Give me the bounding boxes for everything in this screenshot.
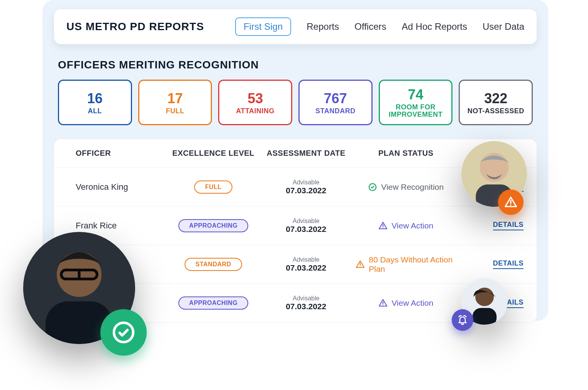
assessment-date: Advisable07.03.2022 [260, 295, 352, 311]
nav-first-sign[interactable]: First Sign [235, 17, 291, 36]
bell-badge-icon [452, 309, 473, 331]
nav-ad-hoc-reports[interactable]: Ad Hoc Reports [402, 21, 467, 32]
svg-point-4 [360, 266, 361, 267]
card-label: ROOM FOR IMPROVEMENT [380, 104, 452, 118]
warning-triangle-icon [378, 221, 388, 230]
card-count: 74 [408, 87, 424, 103]
plan-status[interactable]: View Action [378, 298, 433, 308]
svg-rect-23 [473, 308, 496, 325]
officer-name: Veronica King [67, 182, 167, 192]
check-circle-icon [368, 182, 377, 192]
svg-point-2 [383, 227, 383, 228]
nav-reports[interactable]: Reports [307, 21, 339, 32]
warning-triangle-icon [356, 260, 365, 269]
card-label: ATTAINING [236, 107, 275, 115]
excellence-pill: APPROACHING [178, 296, 249, 310]
app-title: US METRO PD REPORTS [66, 20, 204, 33]
assessment-date: Advisable07.03.2022 [260, 256, 352, 272]
col-level: EXCELLENCE LEVEL [167, 149, 260, 158]
plan-status[interactable]: 80 Days Without Action Plan [356, 255, 456, 273]
svg-point-19 [510, 204, 511, 206]
excellence-pill: FULL [194, 181, 232, 194]
filter-card-all[interactable]: 16ALL [58, 80, 132, 125]
assessment-date: Advisable07.03.2022 [260, 179, 352, 195]
card-label: FULL [166, 107, 185, 115]
card-count: 16 [87, 90, 103, 107]
warning-triangle-icon [378, 298, 388, 308]
assessment-date: Advisable07.03.2022 [260, 218, 352, 234]
filter-card-full[interactable]: 17FULL [138, 80, 212, 125]
details-link[interactable]: DETAILS [493, 221, 524, 230]
card-count: 53 [247, 90, 263, 107]
filter-card-standard[interactable]: 767STANDARD [298, 80, 373, 125]
topbar: US METRO PD REPORTS First SignReportsOff… [54, 9, 537, 44]
col-assess: ASSESSMENT DATE [260, 149, 352, 158]
card-label: ALL [88, 107, 102, 115]
filter-cards: 16ALL17FULL53ATTAINING767STANDARD74ROOM … [58, 80, 533, 125]
excellence-pill: APPROACHING [178, 219, 249, 232]
card-label: STANDARD [315, 107, 356, 115]
card-count: 322 [484, 90, 507, 107]
nav: First SignReportsOfficersAd Hoc ReportsU… [235, 17, 524, 36]
col-officer: OFFICER [67, 149, 167, 158]
nav-user-data[interactable]: User Data [483, 21, 524, 32]
excellence-pill: STANDARD [185, 258, 242, 271]
section-title: OFFICERS MERITING RECOGNITION [58, 59, 533, 71]
nav-officers[interactable]: Officers [354, 21, 386, 32]
col-status: PLAN STATUS [352, 149, 459, 158]
filter-card-not-assessed[interactable]: 322NOT-ASSESSED [459, 80, 533, 125]
check-badge-icon [100, 309, 147, 356]
filter-card-room-for-improvement[interactable]: 74ROOM FOR IMPROVEMENT [379, 80, 453, 125]
filter-card-attaining[interactable]: 53ATTAINING [218, 80, 292, 125]
officer-name: Frank Rice [67, 221, 167, 231]
svg-point-6 [383, 305, 383, 305]
card-count: 767 [324, 90, 347, 107]
warning-badge-icon [498, 189, 524, 215]
plan-status[interactable]: View Recognition [368, 182, 444, 192]
plan-status[interactable]: View Action [378, 221, 433, 230]
card-count: 17 [167, 90, 183, 107]
details-link[interactable]: DETAILS [493, 259, 524, 269]
card-label: NOT-ASSESSED [468, 107, 524, 115]
